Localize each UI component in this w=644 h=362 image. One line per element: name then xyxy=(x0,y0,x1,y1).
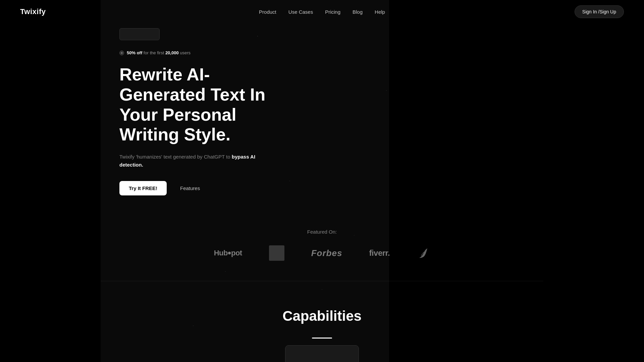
unknown-logo-square xyxy=(269,245,284,261)
fiverr-text: fiverr. xyxy=(369,248,390,258)
navbar: Twixify Product Use Cases Pricing Blog H… xyxy=(0,0,644,23)
discount-badge: 50% off for the first 20,000 users xyxy=(119,50,288,55)
badge-end: users xyxy=(179,50,191,55)
hero-subtext: Twixify 'humanizes' text generated by Ch… xyxy=(119,153,267,169)
hero-headline: Rewrite AI-Generated Text In Your Person… xyxy=(119,65,288,145)
preview-card xyxy=(285,345,359,362)
section-divider xyxy=(101,281,543,281)
nav-link-product[interactable]: Product xyxy=(259,9,276,15)
headline-line2: Your Personal Writing Style. xyxy=(119,105,236,144)
capabilities-title: Capabilities xyxy=(0,308,644,324)
leaf-icon xyxy=(417,246,430,260)
headline-line1: Rewrite AI-Generated Text In xyxy=(119,65,265,104)
logo-forbes: Forbes xyxy=(311,248,342,258)
top-pill xyxy=(119,28,160,40)
logo-hubspot: Hubpot xyxy=(214,249,242,257)
logo-fiverr: fiverr. xyxy=(369,248,390,258)
nav-link-pricing[interactable]: Pricing xyxy=(325,9,340,15)
badge-percentage: 50% off xyxy=(127,50,142,55)
hubspot-dot-icon xyxy=(228,252,231,254)
card-preview-area xyxy=(0,345,644,362)
featured-section: Featured On: Hubpot Forbes fiverr. xyxy=(0,216,644,274)
nav-link-blog[interactable]: Blog xyxy=(353,9,363,15)
top-indicator-area xyxy=(0,23,644,40)
badge-number: 20,000 xyxy=(165,50,179,55)
hubspot-text: Hubpot xyxy=(214,249,242,257)
capability-bar-row xyxy=(0,338,644,339)
forbes-text: Forbes xyxy=(311,248,342,258)
nav-link-help[interactable]: Help xyxy=(375,9,385,15)
signin-button[interactable]: Sign In /Sign Up xyxy=(575,5,624,18)
cta-row: Try It FREE! Features xyxy=(119,181,288,195)
featured-label: Featured On: xyxy=(0,229,644,235)
try-free-button[interactable]: Try It FREE! xyxy=(119,181,167,195)
site-logo[interactable]: Twixify xyxy=(20,7,46,16)
logos-row: Hubpot Forbes fiverr. xyxy=(0,245,644,261)
nav-link-usecases[interactable]: Use Cases xyxy=(288,9,313,15)
hero-subtext-prefix: Twixify 'humanizes' text generated by Ch… xyxy=(119,154,232,160)
capability-bar xyxy=(312,338,332,339)
capabilities-section: Capabilities xyxy=(0,288,644,362)
badge-dot-icon xyxy=(119,51,124,55)
hero-section: 50% off for the first 20,000 users Rewri… xyxy=(0,40,288,195)
logo-leaf xyxy=(417,246,430,260)
logo-unknown xyxy=(269,245,284,261)
nav-links: Product Use Cases Pricing Blog Help xyxy=(259,9,385,15)
badge-suffix: for the first xyxy=(142,50,165,55)
badge-text: 50% off for the first 20,000 users xyxy=(127,50,191,55)
features-button[interactable]: Features xyxy=(180,185,200,191)
